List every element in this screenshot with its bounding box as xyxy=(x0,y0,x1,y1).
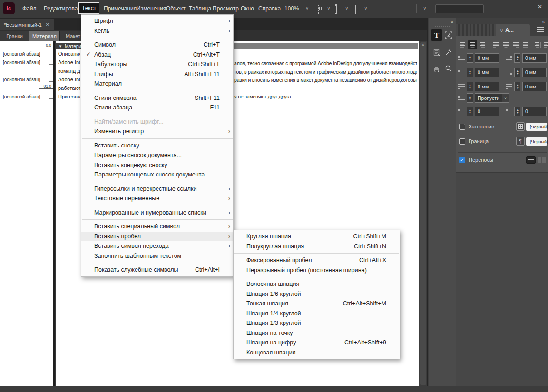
menu-item-text-variables[interactable]: Текстовые переменные› xyxy=(81,194,233,204)
right-indent-value[interactable]: 0 мм xyxy=(522,53,547,63)
shading-color-swatch[interactable]: [Черный] xyxy=(526,123,547,131)
spin-down-icon[interactable]: ▼ xyxy=(469,87,471,89)
zoom-level-control[interactable]: 100% ˅ xyxy=(284,3,309,14)
menu-item-insert-break-character[interactable]: Вставить символ перехода› xyxy=(81,241,233,251)
menu-help[interactable]: Справка xyxy=(255,3,284,14)
stepper[interactable]: ▲▼ xyxy=(514,68,520,77)
spin-down-icon[interactable]: ▼ xyxy=(469,98,471,101)
justify-last-center-button[interactable] xyxy=(501,40,510,49)
menu-item-size[interactable]: Кегль› xyxy=(81,26,233,36)
menu-item-nonbreaking-space-fixed[interactable]: Неразрывный пробел (постоянная ширина) xyxy=(234,265,400,275)
collapse-toolbox-icon[interactable]: » xyxy=(450,20,453,25)
left-indent-field[interactable]: ▲▼ 0 мм xyxy=(458,53,499,63)
menu-item-footnote-options[interactable]: Параметры сносок документа... xyxy=(81,150,233,160)
space-between-value[interactable]: Пропусти xyxy=(475,93,502,103)
eyedropper-tool[interactable] xyxy=(443,47,454,58)
panel-list-view-icon[interactable] xyxy=(526,156,536,164)
menu-item-third-space[interactable]: Шпация 1/3 круглой xyxy=(234,318,400,328)
menu-item-change-case[interactable]: Изменить регистр› xyxy=(81,127,233,137)
menu-item-hair-space[interactable]: Волосяная шпация xyxy=(234,279,400,289)
border-color-swatch[interactable]: [Черный] xyxy=(526,137,547,146)
menu-type[interactable]: Текст xyxy=(79,3,99,13)
right-indent-field[interactable]: ▲▼ 0 мм xyxy=(506,53,547,63)
menu-item-bulleted-lists[interactable]: Маркированные и нумерованные списки› xyxy=(81,208,233,218)
stepper[interactable]: ▲▼ xyxy=(467,68,473,77)
spin-down-icon[interactable]: ▼ xyxy=(469,58,471,61)
menu-item-thin-space[interactable]: Тонкая шпацияCtrl+Alt+Shift+M xyxy=(234,299,400,309)
document-tab[interactable]: *Безымянный-1 ✕ xyxy=(0,19,54,30)
menu-item-flush-space[interactable]: Концевая шпация xyxy=(234,348,400,358)
menu-item-character[interactable]: СимволCtrl+T xyxy=(81,40,233,50)
position-tool[interactable] xyxy=(443,29,454,41)
menu-file[interactable]: Файл xyxy=(20,3,39,14)
stepper[interactable]: ▲▼ xyxy=(467,82,473,91)
space-before-field[interactable]: ▲▼ 0 мм xyxy=(458,82,499,91)
align-center-button[interactable] xyxy=(468,40,477,49)
menu-item-insert-footnote[interactable]: Вставить сноску xyxy=(81,141,233,151)
shading-checkbox[interactable] xyxy=(459,124,465,130)
menu-item-hyperlinks[interactable]: Гиперссылки и перекрестные ссылки› xyxy=(81,184,233,194)
drop-cap-lines-value[interactable]: 0 xyxy=(475,107,499,116)
vertical-scrollbar[interactable]: ˄ xyxy=(420,42,426,385)
menu-item-em-space[interactable]: Круглая шпацияCtrl+Shift+M xyxy=(234,232,400,242)
spin-down-icon[interactable]: ▼ xyxy=(469,72,471,75)
note-tool[interactable] xyxy=(431,47,442,58)
menu-item-fill-placeholder-text[interactable]: Заполнить шаблонным текстом xyxy=(81,251,233,261)
menu-item-font[interactable]: Шрифт› xyxy=(81,16,233,26)
close-tab-icon[interactable]: ✕ xyxy=(46,22,49,27)
menu-item-insert-special-character[interactable]: Вставить специальный символ› xyxy=(81,222,233,232)
menu-item-character-styles[interactable]: Стили символаShift+F11 xyxy=(81,93,233,103)
menu-item-endnote-options[interactable]: Параметры концевых сносок документа... xyxy=(81,170,233,180)
spin-down-icon[interactable]: ▼ xyxy=(516,72,519,75)
spin-down-icon[interactable]: ▼ xyxy=(469,111,471,114)
dropdown-chevron-icon[interactable]: ˅ xyxy=(502,93,509,103)
border-checkbox[interactable] xyxy=(459,138,465,145)
frame-edges-button[interactable]: ˅ xyxy=(336,4,348,13)
menu-view[interactable]: Просмотр xyxy=(210,3,242,14)
stepper[interactable]: ▲▼ xyxy=(514,82,520,91)
border-settings-icon[interactable]: ¶ xyxy=(516,137,525,146)
align-right-button[interactable] xyxy=(478,40,487,49)
shading-settings-icon[interactable] xyxy=(516,122,525,131)
space-after-field[interactable]: ▲▼ 0 мм xyxy=(506,82,547,91)
menu-item-figure-space[interactable]: Шпация на цифруCtrl+Alt+Shift+9 xyxy=(234,338,400,348)
menu-item-tabs[interactable]: ТабуляторыCtrl+Shift+T xyxy=(81,59,233,69)
chevron-down-icon[interactable]: ˅ xyxy=(545,140,547,144)
tab-story[interactable]: Материал xyxy=(29,31,60,41)
drop-cap-chars-value[interactable]: 0 xyxy=(522,107,547,116)
justify-all-button[interactable] xyxy=(521,40,530,49)
collapse-dock-icon[interactable]: » xyxy=(542,20,544,25)
spin-down-icon[interactable]: ▼ xyxy=(516,111,519,114)
space-before-value[interactable]: 0 мм xyxy=(475,82,499,91)
style-label[interactable]: [основной абзац] xyxy=(3,60,50,66)
justify-last-right-button[interactable] xyxy=(511,40,520,49)
left-indent-value[interactable]: 0 мм xyxy=(475,53,499,63)
chevron-down-icon[interactable]: ˅ xyxy=(545,125,547,129)
justify-last-left-button[interactable] xyxy=(491,40,500,49)
tab-paragraph-panel[interactable]: ◊ А... xyxy=(496,24,530,36)
hyphenate-checkbox[interactable]: ✓ xyxy=(459,157,465,163)
menu-item-story[interactable]: Материал xyxy=(81,79,233,89)
menu-item-nonbreaking-space[interactable]: Фиксированный пробелCtrl+Alt+X xyxy=(234,255,400,265)
style-label[interactable]: [основной абзац] xyxy=(3,51,50,58)
search-options-button[interactable]: ˅ xyxy=(423,4,426,13)
tab-galley[interactable]: Гранки xyxy=(0,31,29,41)
align-away-spine-button[interactable] xyxy=(543,40,548,49)
hand-tool[interactable] xyxy=(431,63,442,74)
panel-menu-icon[interactable] xyxy=(537,26,544,33)
menu-item-show-hidden-characters[interactable]: Показать служебные символыCtrl+Alt+I xyxy=(81,265,233,275)
menu-object[interactable]: Объект xyxy=(163,3,188,14)
style-label[interactable]: [основной абзац] xyxy=(3,77,50,83)
workspace-switcher-button[interactable]: ˅ xyxy=(355,4,367,13)
drop-cap-chars-field[interactable]: ▲▼ 0 xyxy=(506,107,547,116)
drop-cap-lines-field[interactable]: ▲▼ 0 xyxy=(458,107,499,116)
stepper[interactable]: ▲▼ xyxy=(467,93,473,103)
menu-item-paragraph[interactable]: ✓АбзацCtrl+Alt+T xyxy=(81,50,233,60)
menu-item-glyphs[interactable]: ГлифыAlt+Shift+F11 xyxy=(81,69,233,79)
stepper[interactable]: ▲▼ xyxy=(514,53,520,63)
menu-item-insert-white-space[interactable]: Вставить пробел› xyxy=(81,232,233,242)
close-button[interactable]: ✕ xyxy=(534,2,546,11)
style-label[interactable]: [основной абзац] xyxy=(3,94,50,100)
maximize-button[interactable] xyxy=(519,2,531,11)
space-between-paragraphs-field[interactable]: ▲▼ Пропусти ˅ xyxy=(458,93,509,103)
